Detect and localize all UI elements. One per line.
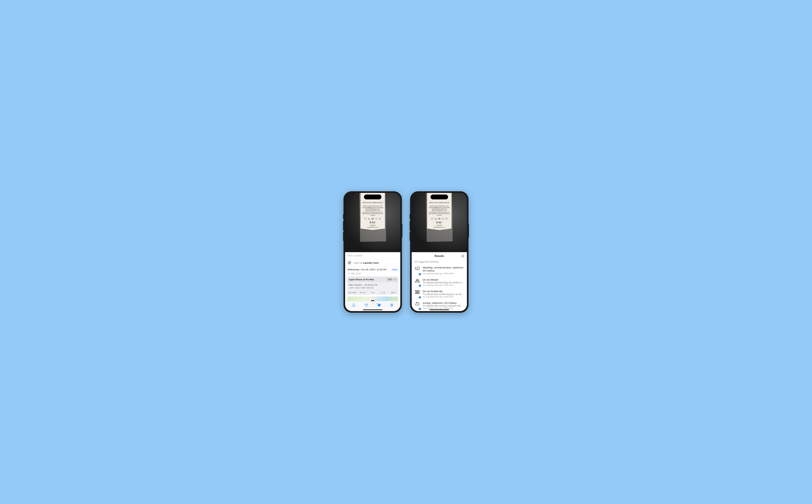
safari-badge-icon <box>419 296 421 299</box>
chevron-right-icon: › <box>380 261 381 264</box>
caption-field[interactable]: Add a Caption <box>345 252 400 259</box>
svg-point-6 <box>349 262 350 263</box>
results-sheet: Results Siri Suggested Websites Washing,… <box>412 253 467 311</box>
sparkle-icon: ✦ <box>376 302 378 304</box>
photo-preview[interactable]: 89644 Kiruna Padded Parka W Made in Viet… <box>345 193 400 252</box>
result-url: iso.org/obp/ui#iso:grs:7000:3110 <box>423 307 464 309</box>
result-title: Do not tumble dry <box>423 290 464 293</box>
result-url: iso.org/obp/ui#iso:grs:7000:3089 <box>423 272 464 275</box>
format-badge: HEIF <box>387 278 393 281</box>
delete-button[interactable] <box>390 303 394 308</box>
safari-badge-icon <box>419 284 421 287</box>
home-indicator[interactable] <box>363 309 382 310</box>
filename-label: IMG_3110 <box>351 272 361 275</box>
laundry-lookup-icon <box>347 261 352 265</box>
result-title: Washing, normal process, maximum 40 Cels… <box>423 266 464 272</box>
device-info-card: Apple iPhone 14 Pro Max HEIF Main Camera… <box>347 277 398 295</box>
share-button[interactable] <box>352 303 356 308</box>
result-url: iso.org/obp/ui#iso:grs:7000:3124 <box>423 284 464 286</box>
dynamic-island <box>431 195 448 199</box>
close-button[interactable] <box>461 254 465 258</box>
result-title: Ironing, maximum 110 Celsius <box>423 301 464 304</box>
phone-left: 89644 Kiruna Padded Parka W Made in Viet… <box>343 191 402 313</box>
favorite-button[interactable] <box>365 303 368 308</box>
result-description: To indicate that ironing is allowed with… <box>423 304 464 307</box>
safari-badge-icon <box>419 273 421 275</box>
section-header: Siri Suggested Websites <box>412 259 467 264</box>
result-symbol-icon <box>414 278 420 286</box>
result-symbol-icon <box>414 301 420 309</box>
home-indicator[interactable] <box>430 309 449 310</box>
result-title: Do not bleach <box>423 278 464 281</box>
lens-target-icon <box>394 278 397 281</box>
result-row[interactable]: Do not tumble dry To indicate that tumbl… <box>412 288 467 300</box>
exif-row: ISO 1000 24 mm 0 ev ƒ1.78 1/48 s <box>347 290 398 295</box>
lens-label: Main Camera — 24 mm ƒ1.78 <box>347 282 398 287</box>
safari-badge-icon <box>419 308 421 310</box>
results-list: Washing, normal process, maximum 40 Cels… <box>412 264 467 311</box>
phone-right: 89644 Kiruna Padded Parka W Made in Viet… <box>410 191 469 313</box>
photo-preview[interactable]: 89644 Kiruna Padded Parka W Made in Viet… <box>412 193 467 252</box>
datetime-label: Wednesday • Jun 28, 2023 • 12:06 PM <box>347 268 386 271</box>
result-description: To indicate that tumble drying is not al… <box>423 293 464 296</box>
dynamic-island <box>364 195 381 199</box>
visual-lookup-row[interactable]: Look Up Laundry Care › <box>345 259 400 267</box>
adjust-button[interactable]: Adjust <box>392 268 398 271</box>
dimensions-label: 1 MP • 1543 × 868 • 992 KB <box>347 287 398 290</box>
result-description: To indicate that bleaching the textile a… <box>423 281 464 284</box>
icloud-icon <box>347 272 350 275</box>
device-name: Apple iPhone 14 Pro Max <box>349 278 374 281</box>
lookup-label: Look Up Laundry Care <box>353 261 379 264</box>
info-button[interactable]: ✦ <box>377 303 381 308</box>
result-row[interactable]: Do not bleach To indicate that bleaching… <box>412 277 467 288</box>
result-symbol-icon <box>414 290 420 298</box>
sheet-title: Results <box>435 255 444 258</box>
result-symbol-icon <box>414 266 420 275</box>
result-row[interactable]: Washing, normal process, maximum 40 Cels… <box>412 264 467 277</box>
result-url: iso.org/obp/ui#iso:grs:7000:3109 <box>423 296 464 298</box>
svg-point-10 <box>379 304 379 304</box>
